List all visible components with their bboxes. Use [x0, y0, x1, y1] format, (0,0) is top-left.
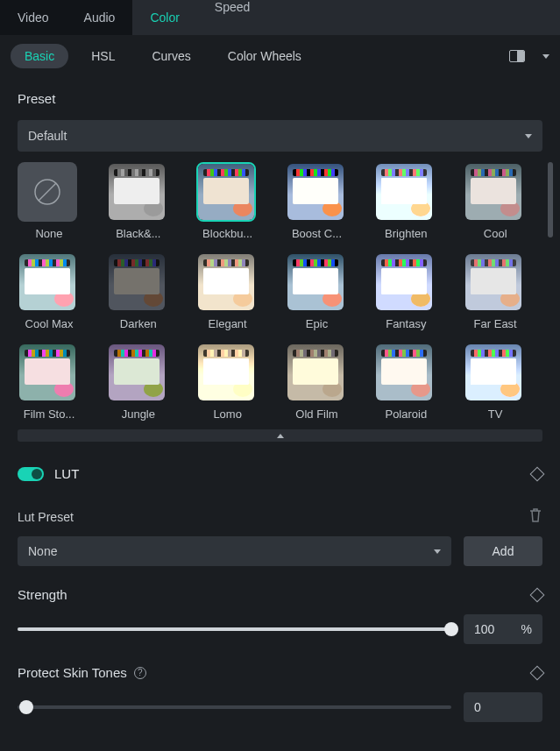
preset-label: Boost C... — [286, 227, 349, 240]
keyframe-icon[interactable] — [530, 665, 545, 680]
preset-item-bw[interactable]: Black&... — [107, 162, 170, 240]
skin-slider[interactable] — [18, 705, 451, 709]
preset-item-polaroid[interactable]: Polaroid — [374, 343, 437, 421]
preset-thumb — [107, 252, 167, 312]
lut-preset-value: None — [28, 544, 57, 558]
lut-toggle[interactable] — [18, 467, 44, 481]
preset-label: Black&... — [107, 227, 170, 240]
preset-item-boost[interactable]: Boost C... — [286, 162, 349, 240]
strength-unit: % — [521, 622, 532, 636]
keyframe-icon[interactable] — [530, 587, 545, 602]
preset-item-fareast[interactable]: Far East — [464, 252, 527, 330]
keyframe-icon[interactable] — [530, 466, 545, 481]
preset-grid: NoneBlack&...Blockbu...Boost C...Brighte… — [18, 162, 542, 421]
preset-thumb — [286, 343, 345, 402]
preset-item-blockbuster[interactable]: Blockbu... — [196, 162, 259, 240]
help-icon[interactable]: ? — [134, 667, 146, 679]
preset-dropdown[interactable]: Default — [18, 120, 542, 152]
lut-label: LUT — [54, 466, 79, 481]
preset-label: None — [18, 227, 81, 240]
tab-video[interactable]: Video — [0, 0, 67, 35]
preset-thumb — [286, 252, 345, 312]
preset-item-none[interactable]: None — [18, 162, 81, 240]
preset-item-epic[interactable]: Epic — [286, 252, 349, 330]
skin-label: Protect Skin Tones — [18, 665, 127, 680]
compare-split-icon[interactable] — [509, 50, 525, 62]
chevron-down-icon — [525, 134, 532, 138]
compare-dropdown-icon[interactable] — [542, 54, 549, 59]
lut-header-row: LUT — [0, 442, 560, 497]
tab-spacer: Speed — [197, 0, 560, 35]
preset-thumb — [107, 343, 167, 402]
strength-value-input[interactable]: 100 % — [464, 614, 542, 644]
preset-label: Lomo — [196, 407, 259, 421]
preset-label: Film Sto... — [18, 407, 81, 421]
preset-collapse-bar[interactable] — [18, 429, 542, 442]
preset-item-jungle[interactable]: Jungle — [107, 343, 170, 421]
sub-tabs: Basic HSL Curves Color Wheels — [0, 35, 560, 77]
preset-item-filmstock[interactable]: Film Sto... — [18, 343, 81, 421]
preset-label: Fantasy — [374, 317, 437, 330]
preset-thumb — [286, 162, 345, 222]
preset-label: TV — [464, 407, 527, 421]
lut-add-button[interactable]: Add — [464, 536, 542, 566]
subtab-curves[interactable]: Curves — [138, 44, 204, 68]
preset-thumb — [374, 162, 434, 222]
preset-item-coolmax[interactable]: Cool Max — [18, 252, 81, 330]
preset-thumb — [374, 343, 434, 402]
preset-thumb — [18, 162, 77, 222]
svg-line-1 — [39, 183, 56, 201]
preset-label: Elegant — [196, 317, 259, 330]
preset-thumb — [464, 162, 523, 222]
tab-audio[interactable]: Audio — [67, 0, 133, 35]
tab-color[interactable]: Color — [132, 0, 196, 35]
preset-thumb — [18, 343, 77, 402]
preset-thumb — [107, 162, 167, 222]
trash-icon[interactable] — [528, 507, 542, 526]
preset-heading: Preset — [0, 77, 560, 113]
preset-thumb — [374, 252, 434, 312]
preset-label: Jungle — [107, 407, 170, 421]
chevron-up-icon — [277, 434, 284, 438]
preset-item-brighten[interactable]: Brighten — [374, 162, 437, 240]
skin-value-input[interactable]: 0 — [464, 692, 542, 722]
preset-thumb — [18, 252, 77, 312]
preset-item-tv[interactable]: TV — [464, 343, 527, 421]
preset-item-oldfilm[interactable]: Old Film — [286, 343, 349, 421]
preset-label: Brighten — [374, 227, 437, 240]
preset-item-darken[interactable]: Darken — [107, 252, 170, 330]
preset-label: Polaroid — [374, 407, 437, 421]
strength-label: Strength — [18, 587, 67, 602]
preset-item-cool[interactable]: Cool — [464, 162, 527, 240]
strength-value: 100 — [474, 622, 494, 636]
preset-label: Cool Max — [18, 317, 81, 330]
preset-thumb — [196, 162, 256, 222]
lut-preset-dropdown[interactable]: None — [18, 536, 451, 566]
preset-thumb — [196, 252, 256, 312]
top-tabs: Video Audio Color Speed — [0, 0, 560, 35]
strength-slider[interactable] — [18, 627, 451, 631]
subtab-hsl[interactable]: HSL — [77, 44, 129, 68]
preset-item-lomo[interactable]: Lomo — [196, 343, 259, 421]
preset-scrollbar[interactable] — [548, 162, 553, 237]
chevron-down-icon — [434, 549, 441, 554]
preset-dropdown-value: Default — [28, 129, 67, 143]
preset-label: Cool — [464, 227, 527, 240]
preset-thumb — [464, 252, 523, 312]
preset-thumb — [196, 343, 256, 402]
subtab-basic[interactable]: Basic — [11, 44, 68, 68]
tab-speed[interactable]: Speed — [197, 0, 560, 14]
preset-thumb — [464, 343, 523, 402]
preset-label: Blockbu... — [196, 227, 259, 240]
preset-label: Epic — [286, 317, 349, 330]
skin-value: 0 — [474, 700, 481, 714]
preset-item-elegant[interactable]: Elegant — [196, 252, 259, 330]
lut-preset-label: Lut Preset — [18, 510, 74, 524]
preset-label: Darken — [107, 317, 170, 330]
preset-label: Far East — [464, 317, 527, 330]
preset-item-fantasy[interactable]: Fantasy — [374, 252, 437, 330]
preset-label: Old Film — [286, 407, 349, 421]
subtab-color-wheels[interactable]: Color Wheels — [214, 44, 315, 68]
